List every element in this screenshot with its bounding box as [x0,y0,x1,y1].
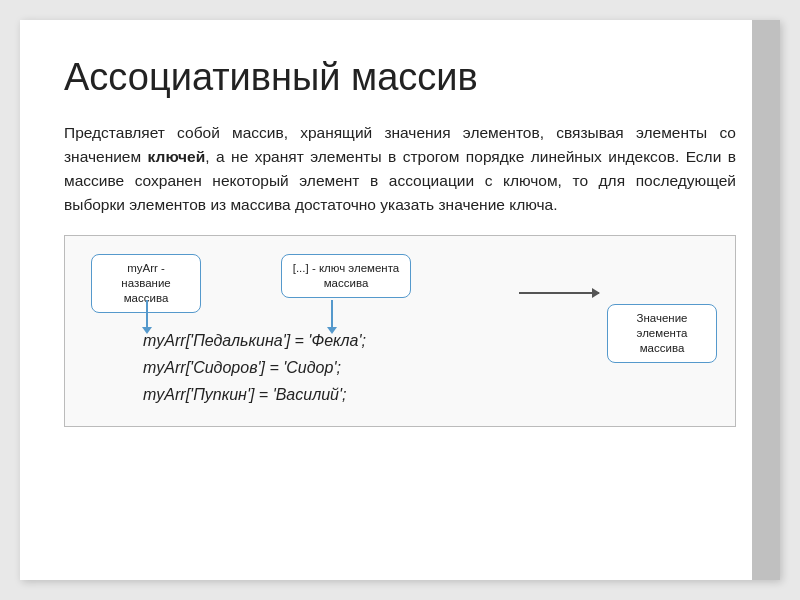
key-arrow [331,300,333,328]
code-line-3: myArr['Пупкин'] = 'Василий'; [143,381,366,408]
value-arrow [519,292,599,294]
diagram-box: myArr - название массива [...] - ключ эл… [64,235,736,427]
bubble-value: Значение элемента массива [607,304,717,363]
bubble-key: [...] - ключ элемента массива [281,254,411,298]
code-line-2: myArr['Сидоров'] = 'Сидор'; [143,354,366,381]
myarr-arrow [146,300,148,328]
slide: Ассоциативный массив Представляет собой … [20,20,780,580]
diagram-top-row: myArr - название массива [...] - ключ эл… [83,254,717,313]
code-line-1: myArr['Педалькина'] = 'Фекла'; [143,327,366,354]
slide-body: Представляет собой массив, хранящий знач… [64,121,736,217]
diagram-inner: myArr - название массива [...] - ключ эл… [83,254,717,408]
diagram-code: myArr['Педалькина'] = 'Фекла'; myArr['Си… [143,327,366,409]
slide-title: Ассоциативный массив [64,56,736,99]
decorative-bar [752,20,780,580]
body-bold: ключей [148,148,206,165]
